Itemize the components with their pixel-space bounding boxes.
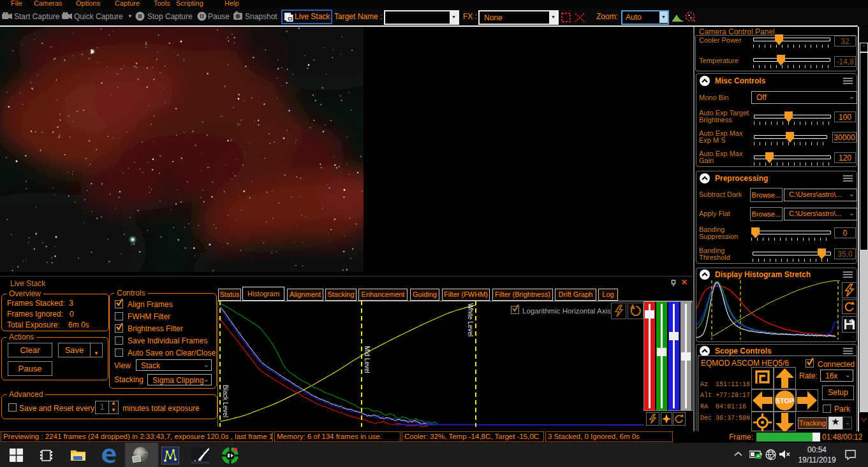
svg-text:Mid Level: Mid Level	[364, 346, 371, 373]
svg-text:STOP: STOP	[776, 397, 793, 405]
svg-text:Black Level: Black Level	[222, 385, 229, 417]
svg-text:White Level: White Level	[467, 303, 474, 336]
